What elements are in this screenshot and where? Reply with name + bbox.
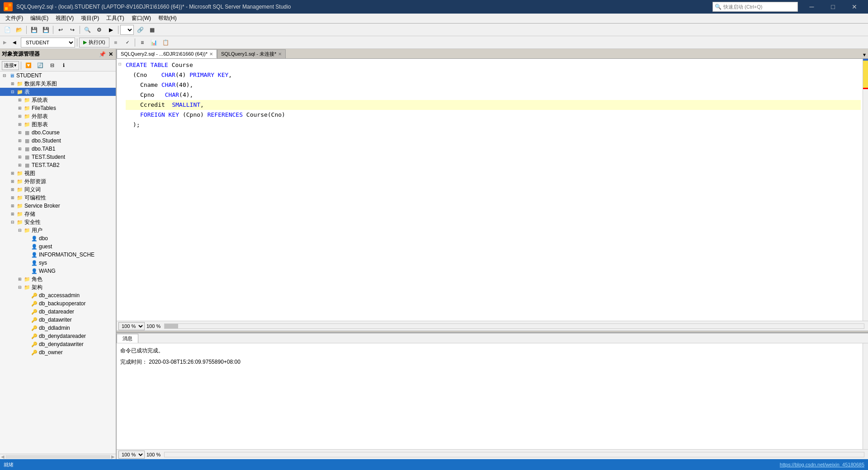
menu-file[interactable]: 文件(F) <box>2 14 27 23</box>
toolbar2-plan[interactable]: 📊 <box>149 38 160 47</box>
tree-item-db-datawriter[interactable]: ⊞ 🔑 db_datawriter <box>0 316 116 324</box>
tree-item-systables[interactable]: ⊞ 📁 系统表 <box>0 96 116 104</box>
oe-close-icon[interactable]: ✕ <box>108 51 114 57</box>
filetables-expander[interactable]: ⊞ <box>16 104 24 112</box>
results-zoom-select[interactable]: 100 % <box>118 451 145 459</box>
tree-item-external[interactable]: ⊞ 📁 外部资源 <box>0 177 116 185</box>
security-expander[interactable]: ⊟ <box>9 218 16 226</box>
toolbar-debug[interactable]: ▶ <box>105 25 116 35</box>
toolbar-server-dropdown[interactable] <box>120 25 134 35</box>
prog-expander[interactable]: ⊞ <box>9 194 16 201</box>
tree-item-dbo-course[interactable]: ⊞ ▦ dbo.Course <box>0 128 116 137</box>
toolbar-grid[interactable]: ▦ <box>146 25 157 35</box>
tree-item-db-backupoperator[interactable]: ⊞ 🔑 db_backupoperator <box>0 299 116 308</box>
oe-refresh-icon[interactable]: 🔄 <box>35 61 46 71</box>
graphtables-expander[interactable]: ⊞ <box>16 121 24 128</box>
quick-search-bar[interactable]: 🔍 <box>712 2 798 12</box>
teststudent-expander[interactable]: ⊞ <box>16 153 24 161</box>
toolbar2-btn1[interactable]: ▶ <box>2 38 8 47</box>
tree-item-sys-user[interactable]: ⊞ 👤 sys <box>0 259 116 267</box>
tree-item-synonyms[interactable]: ⊞ 📁 同义词 <box>0 185 116 194</box>
tab-scroll-btn[interactable]: ▾ <box>861 51 868 58</box>
tree-item-views[interactable]: ⊞ 📁 视图 <box>0 169 116 177</box>
menu-project[interactable]: 项目(P) <box>77 14 103 23</box>
toolbar2-results[interactable]: ≡ <box>137 38 148 47</box>
tab-query1[interactable]: SQLQuery1.sql - 未连接* ✕ <box>217 49 286 58</box>
tab-query2[interactable]: SQLQuery2.sql - ...6DJR1\61660 (64))* ✕ <box>117 49 217 58</box>
tree-root[interactable]: ⊟ 🖥 STUDENT <box>0 71 116 80</box>
editor-hscroll[interactable] <box>164 323 864 329</box>
tab-query2-close[interactable]: ✕ <box>209 52 213 57</box>
results-hscroll[interactable] <box>164 452 864 457</box>
editor-zoom-select[interactable]: 100 % <box>118 322 145 330</box>
toolbar-settings[interactable]: ⚙ <box>94 25 104 35</box>
toolbar2-stop[interactable]: ■ <box>110 38 121 47</box>
taskbar-url[interactable]: https://blog.csdn.net/weixin_45180685 <box>780 462 864 467</box>
oe-collapse-icon[interactable]: ⊟ <box>47 61 57 71</box>
externaltables-expander[interactable]: ⊞ <box>16 113 24 120</box>
toolbar-redo[interactable]: ↪ <box>67 25 78 35</box>
toolbar-query[interactable]: 🔍 <box>82 25 93 35</box>
tree-item-dbo-student[interactable]: ⊞ ▦ dbo.Student <box>0 137 116 145</box>
tab-query1-close[interactable]: ✕ <box>278 52 282 57</box>
tree-item-db-ddladmin[interactable]: ⊞ 🔑 db_ddladmin <box>0 324 116 332</box>
storage-expander[interactable]: ⊞ <box>9 210 16 218</box>
oe-connect-button[interactable]: 连接▾ <box>2 61 19 70</box>
synonyms-expander[interactable]: ⊞ <box>9 186 16 193</box>
toolbar-save[interactable]: 💾 <box>28 25 39 35</box>
systables-expander[interactable]: ⊞ <box>16 96 24 104</box>
views-expander[interactable]: ⊞ <box>9 170 16 177</box>
tree-item-wang-user[interactable]: ⊞ 👤 WANG <box>0 267 116 275</box>
sb-expander[interactable]: ⊞ <box>9 202 16 209</box>
tree-item-roles[interactable]: ⊞ 📁 角色 <box>0 275 116 283</box>
minimize-button[interactable]: ─ <box>802 0 822 14</box>
oe-pin-icon[interactable]: 📌 <box>98 51 107 57</box>
users-expander[interactable]: ⊟ <box>16 227 24 234</box>
quick-search-input[interactable] <box>723 4 796 9</box>
dbotab1-expander[interactable]: ⊞ <box>16 145 24 152</box>
schemas-expander[interactable]: ⊟ <box>16 284 24 291</box>
menu-window[interactable]: 窗口(W) <box>128 14 155 23</box>
toolbar-new[interactable]: 📄 <box>2 25 13 35</box>
menu-tools[interactable]: 工具(T) <box>103 14 127 23</box>
tree-item-db-denydatawriter[interactable]: ⊞ 🔑 db_denydatawriter <box>0 340 116 348</box>
tree-item-db-datareader[interactable]: ⊞ 🔑 db_datareader <box>0 308 116 316</box>
execute-button[interactable]: ▶ 执行(X) <box>79 38 109 47</box>
toolbar-connect[interactable]: 🔗 <box>135 25 146 35</box>
menu-help[interactable]: 帮助(H) <box>155 14 180 23</box>
tree-item-users[interactable]: ⊟ 📁 用户 <box>0 226 116 234</box>
tree-item-dbdiagram[interactable]: ⊞ 📁 数据库关系图 <box>0 80 116 88</box>
tree-item-servicebroker[interactable]: ⊞ 📁 Service Broker <box>0 202 116 210</box>
menu-edit[interactable]: 编辑(E) <box>27 14 52 23</box>
results-tab-messages[interactable]: 消息 <box>117 334 138 343</box>
dbostudent-expander[interactable]: ⊞ <box>16 137 24 144</box>
dbocourse-expander[interactable]: ⊞ <box>16 129 24 136</box>
toolbar2-parse[interactable]: ✓ <box>122 38 133 47</box>
tree-item-db-owner[interactable]: ⊞ 🔑 db_owner <box>0 348 116 356</box>
menu-view[interactable]: 视图(V) <box>52 14 77 23</box>
tree-item-storage[interactable]: ⊞ 📁 存储 <box>0 210 116 218</box>
tree-item-graphtables[interactable]: ⊞ 📁 图形表 <box>0 120 116 128</box>
roles-expander[interactable]: ⊞ <box>16 275 24 283</box>
toolbar2-btn2[interactable]: ◀ <box>9 38 20 47</box>
tables-expander[interactable]: ⊟ <box>9 88 16 95</box>
tree-item-security[interactable]: ⊟ 📁 安全性 <box>0 218 116 226</box>
toolbar2-client[interactable]: 📋 <box>160 38 171 47</box>
close-button[interactable]: ✕ <box>844 0 864 14</box>
tree-item-dbo-tab1[interactable]: ⊞ ▦ dbo.TAB1 <box>0 145 116 153</box>
editor-scrollbar[interactable] <box>863 59 868 321</box>
tree-item-test-student[interactable]: ⊞ ▦ TEST.Student <box>0 153 116 161</box>
tree-item-guest-user[interactable]: ⊞ 👤 guest <box>0 242 116 251</box>
results-scrollbar[interactable] <box>863 343 868 449</box>
oe-filter-icon[interactable]: 🔽 <box>23 61 34 71</box>
tree-item-schemas[interactable]: ⊟ 📁 架构 <box>0 283 116 291</box>
toolbar-open[interactable]: 📂 <box>14 25 24 35</box>
tree-item-externaltables[interactable]: ⊞ 📁 外部表 <box>0 112 116 120</box>
dbdiagram-expander[interactable]: ⊞ <box>9 80 16 87</box>
tree-item-filetables[interactable]: ⊞ 📁 FileTables <box>0 104 116 112</box>
editor-content[interactable]: ⊟ CREATE TABLE Course (Cno CHAR(4) PRIMA… <box>117 59 863 321</box>
tree-item-dbo-user[interactable]: ⊞ 👤 dbo <box>0 234 116 242</box>
collapse-icon[interactable]: ⊟ <box>118 61 126 69</box>
oe-hscroll[interactable]: ◀ ▶ <box>0 454 116 459</box>
testtab2-expander[interactable]: ⊞ <box>16 161 24 169</box>
